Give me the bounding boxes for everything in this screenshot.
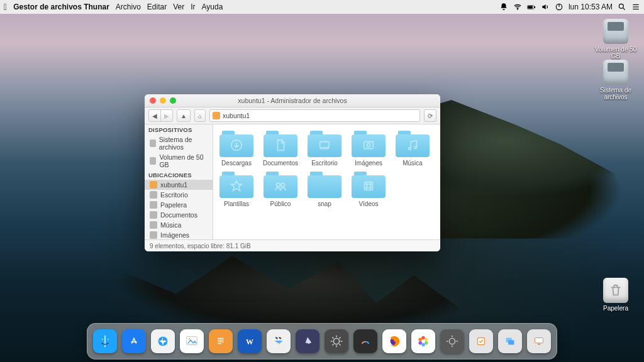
svg-point-54 bbox=[421, 343, 425, 347]
folder-item[interactable]: Imágenes bbox=[349, 131, 388, 167]
dock-firefox[interactable] bbox=[382, 329, 406, 353]
desktop-trash-icon[interactable]: Papelera bbox=[594, 278, 638, 312]
sidebar-item[interactable]: Escritorio bbox=[145, 190, 213, 200]
location-bar[interactable]: xubuntu1 bbox=[209, 109, 420, 122]
sidebar-item-label: Sistema de archivos bbox=[159, 136, 208, 151]
menu-icon[interactable] bbox=[631, 3, 640, 11]
menu-ayuda[interactable]: Ayuda bbox=[202, 3, 223, 11]
dock-finder[interactable] bbox=[93, 329, 117, 353]
sidebar-item[interactable]: xubuntu1 bbox=[145, 180, 213, 190]
sidebar-item[interactable]: Papelera bbox=[145, 200, 213, 210]
battery-icon[interactable] bbox=[527, 3, 536, 11]
svg-point-0 bbox=[517, 9, 518, 9]
svg-line-7 bbox=[623, 8, 625, 10]
desktop-volume-icon[interactable]: Volumen de 50 GB bbox=[594, 19, 638, 60]
file-manager-window: xubuntu1 - Administrador de archivos ◀ ▶… bbox=[145, 94, 440, 251]
svg-point-55 bbox=[418, 341, 422, 345]
desktop-icon-label: Papelera bbox=[594, 305, 638, 312]
power-icon[interactable] bbox=[555, 3, 564, 11]
folder-label: Vídeos bbox=[349, 200, 388, 207]
generic-icon bbox=[150, 231, 157, 239]
svg-rect-3 bbox=[528, 6, 533, 8]
svg-point-16 bbox=[409, 148, 411, 150]
folder-item[interactable]: snap bbox=[305, 172, 344, 207]
window-title: xubuntu1 - Administrador de archivos bbox=[145, 97, 440, 104]
volume-icon[interactable] bbox=[541, 3, 550, 11]
svg-point-30 bbox=[189, 338, 190, 339]
sidebar-item[interactable]: Volumen de 50 GB bbox=[145, 152, 213, 170]
search-icon[interactable] bbox=[618, 3, 626, 11]
nav-home-button[interactable]: ⌂ bbox=[194, 109, 206, 122]
dock-sw[interactable] bbox=[469, 329, 493, 353]
svg-point-19 bbox=[281, 183, 285, 187]
drive-icon bbox=[150, 157, 156, 165]
nav-up-button[interactable]: ▲ bbox=[177, 109, 191, 122]
reload-button[interactable]: ⟳ bbox=[424, 109, 436, 122]
dock-windows[interactable] bbox=[498, 329, 522, 353]
desktop-filesystem-icon[interactable]: Sistema de archivos bbox=[594, 60, 638, 101]
status-bar: 9 elementos, espacio libre: 81.1 GiB bbox=[145, 239, 440, 251]
folder-label: Música bbox=[393, 160, 432, 167]
sidebar-item[interactable]: Sistema de archivos bbox=[145, 134, 213, 152]
svg-rect-20 bbox=[365, 182, 373, 190]
svg-point-35 bbox=[278, 343, 280, 344]
dock-safari[interactable] bbox=[151, 329, 175, 353]
home-icon bbox=[150, 181, 157, 189]
folder-icon bbox=[264, 172, 297, 198]
menu-editar[interactable]: Editar bbox=[147, 3, 167, 11]
dock-arc[interactable] bbox=[353, 329, 377, 353]
svg-rect-14 bbox=[364, 142, 374, 149]
dock-settings2[interactable] bbox=[440, 329, 464, 353]
folder-icon bbox=[308, 131, 341, 157]
dock-settings1[interactable] bbox=[325, 329, 348, 353]
svg-point-18 bbox=[277, 183, 280, 187]
folder-item[interactable]: Música bbox=[393, 131, 432, 167]
wifi-icon[interactable] bbox=[513, 3, 522, 11]
svg-rect-70 bbox=[538, 344, 540, 345]
app-name[interactable]: Gestor de archivos Thunar bbox=[13, 3, 109, 11]
folder-icon bbox=[264, 131, 297, 157]
sidebar-item[interactable]: Música bbox=[145, 220, 213, 230]
dock-color[interactable] bbox=[411, 329, 435, 353]
sidebar-item-label: Escritorio bbox=[160, 191, 188, 199]
folder-icon bbox=[352, 172, 386, 198]
svg-point-26 bbox=[128, 336, 140, 347]
dock: W bbox=[87, 323, 557, 359]
folder-item[interactable]: Vídeos bbox=[349, 172, 388, 207]
notifications-icon[interactable] bbox=[499, 3, 508, 11]
dock-imovie[interactable] bbox=[267, 329, 291, 353]
clock[interactable]: lun 10:53 AM bbox=[569, 3, 613, 11]
folder-label: Imágenes bbox=[349, 160, 388, 167]
nav-fwd-button[interactable]: ▶ bbox=[161, 109, 173, 122]
dock-appstore[interactable] bbox=[122, 329, 146, 353]
generic-icon bbox=[150, 211, 157, 219]
sidebar-item[interactable]: Imágenes bbox=[145, 230, 213, 239]
folder-label: Escritorio bbox=[305, 160, 344, 167]
dock-photos[interactable] bbox=[180, 329, 204, 353]
dock-word[interactable]: W bbox=[238, 329, 262, 353]
svg-point-56 bbox=[418, 338, 422, 342]
desktop-icon-label: Volumen de 50 GB bbox=[594, 46, 638, 60]
folder-item[interactable]: Plantillas bbox=[217, 172, 256, 207]
drive-icon bbox=[150, 140, 156, 147]
folder-item[interactable]: Documentos bbox=[261, 131, 300, 167]
dock-text[interactable] bbox=[209, 329, 233, 353]
menu-archivo[interactable]: Archivo bbox=[116, 3, 141, 11]
svg-rect-67 bbox=[508, 340, 514, 344]
sidebar-item[interactable]: Documentos bbox=[145, 210, 213, 220]
menu-ir[interactable]: Ir bbox=[191, 3, 195, 11]
content-area[interactable]: DescargasDocumentosEscritorioImágenesMús… bbox=[213, 124, 440, 239]
dock-inkscape[interactable] bbox=[296, 329, 319, 353]
folder-item[interactable]: Público bbox=[261, 172, 300, 207]
folder-label: Documentos bbox=[261, 160, 300, 167]
folder-item[interactable]: Escritorio bbox=[305, 131, 344, 167]
dock-display[interactable] bbox=[527, 329, 551, 353]
nav-back-button[interactable]: ◀ bbox=[148, 109, 161, 122]
folder-item[interactable]: Descargas bbox=[217, 131, 256, 167]
svg-point-52 bbox=[425, 338, 428, 342]
titlebar[interactable]: xubuntu1 - Administrador de archivos bbox=[145, 94, 440, 107]
apple-menu-icon[interactable]:  bbox=[4, 3, 7, 11]
menu-ver[interactable]: Ver bbox=[173, 3, 184, 11]
location-text: xubuntu1 bbox=[223, 112, 250, 119]
svg-point-6 bbox=[619, 4, 623, 8]
